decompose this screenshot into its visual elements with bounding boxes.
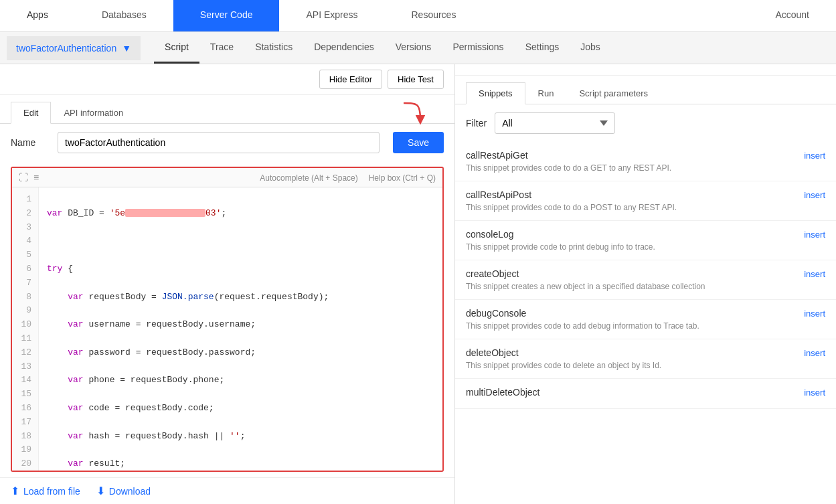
top-navigation: Apps Databases Server Code API Express R… xyxy=(0,0,836,32)
tab-versions[interactable]: Versions xyxy=(385,32,442,64)
snippet-insert-button[interactable]: insert xyxy=(804,309,825,319)
line-numbers: 1 2 3 4 5 6 7 8 9 10 11 12 13 14 15 16 1 xyxy=(12,187,39,471)
nav-server-code[interactable]: Server Code xyxy=(173,0,280,31)
load-from-file-button[interactable]: ⬆ Load from file xyxy=(11,485,80,497)
nav-account[interactable]: Account xyxy=(748,0,836,31)
snippet-item: callRestApiGet insert This snippet provi… xyxy=(455,142,836,181)
tab-edit[interactable]: Edit xyxy=(11,102,51,124)
code-text[interactable]: var DB_ID = '5e03'; try { var requestBod… xyxy=(39,187,442,471)
hide-editor-button[interactable]: Hide Editor xyxy=(319,70,382,89)
snippet-insert-button[interactable]: insert xyxy=(804,269,825,279)
right-toolbar xyxy=(455,64,836,76)
app-selector[interactable]: twoFactorAuthentication ▼ xyxy=(7,36,141,60)
left-panel: Hide Editor Hide Test Edit API informati… xyxy=(0,64,455,504)
snippet-name: callRestApiGet xyxy=(466,150,528,161)
filter-label: Filter xyxy=(466,118,487,129)
snippet-item: consoleLog insert This snippet provide c… xyxy=(455,221,836,260)
code-editor-wrapper: ⛶ ≡ Autocomplete (Alt + Space) Help box … xyxy=(11,167,444,472)
snippets-list: callRestApiGet insert This snippet provi… xyxy=(455,142,836,504)
main-content: Hide Editor Hide Test Edit API informati… xyxy=(0,64,836,504)
chevron-down-icon: ▼ xyxy=(122,43,131,54)
name-label: Name xyxy=(11,137,44,148)
tab-statistics[interactable]: Statistics xyxy=(244,32,303,64)
right-panel: Snippets Run Script parameters Filter Al… xyxy=(455,64,836,504)
editor-toolbar: Hide Editor Hide Test xyxy=(0,64,454,95)
app-selector-label: twoFactorAuthentication xyxy=(16,43,116,54)
snippet-desc: This snippet provides code to do a POST … xyxy=(466,203,825,212)
tab-settings[interactable]: Settings xyxy=(515,32,570,64)
snippet-insert-button[interactable]: insert xyxy=(804,230,825,240)
code-toolbar: ⛶ ≡ Autocomplete (Alt + Space) Help box … xyxy=(12,168,442,187)
snippet-name: multiDeleteObject xyxy=(466,387,540,398)
snippet-tabs: Snippets Run Script parameters xyxy=(455,76,836,104)
snippet-insert-button[interactable]: insert xyxy=(804,151,825,161)
second-navigation: twoFactorAuthentication ▼ Script Trace S… xyxy=(0,32,836,64)
snippet-name: createObject xyxy=(466,268,519,279)
snippet-item: debugConsole insert This snippet provide… xyxy=(455,300,836,339)
tab-script-parameters[interactable]: Script parameters xyxy=(566,82,661,104)
snippet-desc: This snippet provides code to delete an … xyxy=(466,361,825,370)
helpbox-hint: Help box (Ctrl + Q) xyxy=(369,173,436,183)
download-label: Download xyxy=(109,486,151,497)
tab-snippets[interactable]: Snippets xyxy=(466,82,525,104)
snippet-desc: This snippet provides code to add debug … xyxy=(466,321,825,331)
nav-databases[interactable]: Databases xyxy=(75,0,173,31)
download-icon: ⬇ xyxy=(96,485,105,497)
snippet-item: callRestApiPost insert This snippet prov… xyxy=(455,181,836,221)
nav-apps[interactable]: Apps xyxy=(0,0,75,31)
snippet-name: callRestApiPost xyxy=(466,189,531,200)
nav-resources[interactable]: Resources xyxy=(384,0,483,31)
snippet-desc: This snippet provides code to do a GET t… xyxy=(466,163,825,173)
snippet-desc: This snippet creates a new object in a s… xyxy=(466,282,825,291)
tab-script[interactable]: Script xyxy=(154,32,199,64)
second-nav-tabs: Script Trace Statistics Dependencies Ver… xyxy=(154,32,829,64)
tab-api-information[interactable]: API information xyxy=(51,102,136,123)
save-button[interactable]: Save xyxy=(393,132,444,153)
nav-api-express[interactable]: API Express xyxy=(279,0,384,31)
snippet-item: deleteObject insert This snippet provide… xyxy=(455,339,836,379)
hide-test-button[interactable]: Hide Test xyxy=(388,70,444,89)
snippet-name: deleteObject xyxy=(466,347,519,358)
name-row: Name Save xyxy=(0,124,454,161)
snippet-item: multiDeleteObject insert xyxy=(455,379,836,409)
filter-select[interactable]: All Database HTTP Utility xyxy=(495,112,615,134)
tab-run[interactable]: Run xyxy=(525,82,567,104)
tab-permissions[interactable]: Permissions xyxy=(442,32,514,64)
snippet-insert-button[interactable]: insert xyxy=(804,388,825,398)
code-content[interactable]: 1 2 3 4 5 6 7 8 9 10 11 12 13 14 15 16 1 xyxy=(12,187,442,471)
tab-dependencies[interactable]: Dependencies xyxy=(303,32,385,64)
name-input[interactable] xyxy=(58,132,380,153)
expand-icon[interactable]: ⛶ xyxy=(19,172,28,183)
save-arrow-indicator xyxy=(397,100,430,127)
edit-tabs: Edit API information xyxy=(0,95,454,124)
snippet-name: debugConsole xyxy=(466,308,526,319)
wrap-icon[interactable]: ≡ xyxy=(33,172,39,183)
upload-icon: ⬆ xyxy=(11,485,19,497)
tab-trace[interactable]: Trace xyxy=(199,32,244,64)
filter-row: Filter All Database HTTP Utility xyxy=(455,104,836,142)
tab-jobs[interactable]: Jobs xyxy=(570,32,611,64)
download-button[interactable]: ⬇ Download xyxy=(96,485,151,497)
snippet-desc: This snippet provide code to print debug… xyxy=(466,242,825,252)
snippet-insert-button[interactable]: insert xyxy=(804,190,825,200)
snippet-insert-button[interactable]: insert xyxy=(804,348,825,358)
snippet-name: consoleLog xyxy=(466,229,514,240)
autocomplete-hint: Autocomplete (Alt + Space) xyxy=(260,173,357,183)
load-from-file-label: Load from file xyxy=(23,486,80,497)
snippet-item: createObject insert This snippet creates… xyxy=(455,260,836,300)
editor-footer: ⬆ Load from file ⬇ Download xyxy=(0,477,454,504)
